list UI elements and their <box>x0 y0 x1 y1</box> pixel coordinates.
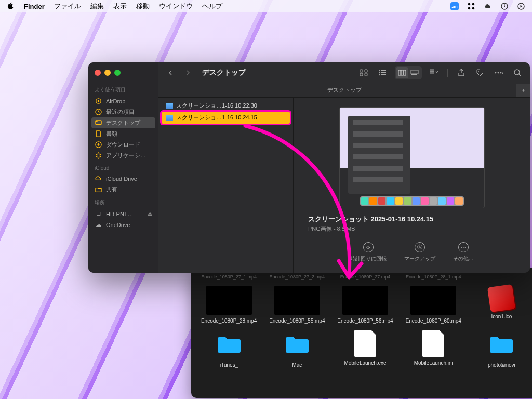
grid-item[interactable]: Encode_1080P_28.mp4 <box>201 286 257 324</box>
finder-window: よく使う項目 AirDrop 最近の項目 デスクトップ 書類 ダウンロード アプ… <box>88 62 530 273</box>
menubar: Finder ファイル 編集 表示 移動 ウインドウ ヘルプ zm <box>0 0 532 12</box>
more-action[interactable]: ⋯その他… <box>453 242 474 262</box>
sidebar-item-label: デスクトップ <box>106 119 140 127</box>
grid-item[interactable]: Encode_1080P_60.mp4 <box>405 286 462 324</box>
search-button[interactable] <box>511 67 524 78</box>
svg-point-16 <box>379 70 380 71</box>
minimize-button[interactable] <box>104 70 111 76</box>
add-tab-button[interactable]: ＋ <box>516 84 530 97</box>
svg-point-36 <box>500 72 502 73</box>
view-icons-button[interactable] <box>357 67 370 78</box>
svg-point-37 <box>514 70 520 75</box>
apple-menu-icon[interactable] <box>6 2 15 11</box>
window-controls <box>88 68 158 82</box>
app-icon <box>95 152 102 159</box>
view-list-button[interactable] <box>376 67 389 78</box>
status-icon-1[interactable] <box>467 2 476 11</box>
grid-item[interactable]: Encode_1080P_55.mp4 <box>269 286 325 324</box>
sidebar-item-desktop[interactable]: デスクトップ <box>91 117 155 128</box>
preview-subtitle: PNG画像 - 8.5 MB <box>308 225 355 233</box>
menu-file[interactable]: ファイル <box>54 2 81 11</box>
finder-main: デスクトップ | デスクトップ ＋ スクリーンショ…1-16 10.22.30 … <box>158 62 530 273</box>
close-button[interactable] <box>95 70 101 76</box>
grid-item[interactable]: MobileLaunch.ini <box>405 330 462 368</box>
sidebar-item-apps[interactable]: アプリケーシ… <box>88 150 158 161</box>
grid-item-label: Encode_1080P_60.mp4 <box>406 318 461 324</box>
file-icon <box>166 103 173 109</box>
view-gallery-button[interactable] <box>408 67 421 78</box>
sidebar-item-recents[interactable]: 最近の項目 <box>88 107 158 117</box>
grid-item[interactable]: Icon1.ico <box>473 286 530 324</box>
grid-item[interactable]: iTunes_ <box>201 330 257 368</box>
menu-view[interactable]: 表示 <box>113 2 127 11</box>
svg-rect-22 <box>398 70 401 75</box>
svg-rect-27 <box>413 74 415 75</box>
view-columns-button[interactable] <box>396 67 408 78</box>
cloud-status-icon[interactable] <box>483 2 493 11</box>
sidebar-item-onedrive[interactable]: ☁OneDrive <box>88 219 158 230</box>
preview-column: スクリーンショット 2025-01-16 10.24.15 PNG画像 - 8.… <box>294 98 530 273</box>
sidebar-item-label: AirDrop <box>106 98 125 104</box>
svg-rect-32 <box>432 72 434 73</box>
grid-item[interactable]: photo&movi <box>473 330 530 368</box>
grid-row-2: iTunes_ Mac MobileLaunch.exe MobileLaunc… <box>195 327 532 371</box>
sidebar-item-label: 書類 <box>106 130 117 138</box>
svg-rect-21 <box>381 74 386 75</box>
svg-point-35 <box>498 72 499 73</box>
grid-item-label: Encode_1080P_27_2.mp4 <box>270 274 325 280</box>
menu-go[interactable]: 移動 <box>136 2 150 11</box>
svg-rect-31 <box>430 72 432 73</box>
svg-point-18 <box>379 72 380 73</box>
sidebar-item-label: iCloud Drive <box>106 176 137 182</box>
sidebar-item-downloads[interactable]: ダウンロード <box>88 139 158 150</box>
status-icon-3[interactable] <box>516 2 526 11</box>
menu-window[interactable]: ウインドウ <box>159 2 193 11</box>
grid-item[interactable]: Mac <box>269 330 325 368</box>
group-button[interactable] <box>428 67 441 78</box>
status-icon-2[interactable] <box>500 2 509 11</box>
zoom-status-icon[interactable]: zm <box>450 2 459 11</box>
svg-rect-19 <box>381 72 386 73</box>
tag-button[interactable] <box>474 67 486 78</box>
forward-button[interactable] <box>182 67 194 78</box>
grid-row-1: Encode_1080P_28.mp4 Encode_1080P_55.mp4 … <box>195 283 532 327</box>
markup-action[interactable]: Ⓐマークアップ <box>404 242 435 262</box>
svg-rect-12 <box>360 70 363 72</box>
svg-point-34 <box>495 72 497 73</box>
window-title: デスクトップ <box>202 68 246 77</box>
sidebar-item-shared[interactable]: 共有 <box>88 184 158 195</box>
app-name[interactable]: Finder <box>24 3 45 10</box>
grid-item-label: Encode_1080P_27.mp4 <box>340 274 391 280</box>
zoom-button[interactable] <box>114 70 121 76</box>
svg-point-0 <box>468 3 471 6</box>
grid-item-label: photo&movi <box>488 362 515 368</box>
markup-icon: Ⓐ <box>415 242 425 252</box>
path-label: デスクトップ <box>327 86 362 94</box>
file-row[interactable]: スクリーンショ…1-16 10.22.30 <box>162 100 290 112</box>
sidebar-item-airdrop[interactable]: AirDrop <box>88 96 158 107</box>
sidebar-item-external-disk[interactable]: ⊟HD-PNT…⏏ <box>88 208 158 219</box>
file-icon <box>166 115 173 121</box>
grid-item[interactable]: MobileLaunch.exe <box>337 330 393 368</box>
sidebar-item-documents[interactable]: 書類 <box>88 128 158 139</box>
grid-item[interactable]: Encode_1080P_56.mp4 <box>337 286 393 324</box>
svg-rect-17 <box>381 70 386 71</box>
file-row-selected[interactable]: スクリーンショ…1-16 10.24.15 <box>162 112 290 124</box>
action-label: マークアップ <box>404 255 435 262</box>
menu-edit[interactable]: 編集 <box>90 2 104 11</box>
sidebar-section-locations: 場所 <box>88 195 158 208</box>
shared-folder-icon <box>95 185 102 193</box>
svg-rect-15 <box>365 73 367 76</box>
share-button[interactable] <box>455 67 468 78</box>
eject-icon[interactable]: ⏏ <box>148 211 152 217</box>
action-button[interactable] <box>493 67 505 78</box>
svg-rect-29 <box>430 70 432 71</box>
svg-point-2 <box>468 7 471 10</box>
back-button[interactable] <box>165 67 176 78</box>
menu-help[interactable]: ヘルプ <box>202 2 222 11</box>
background-grid-window: Encode_1080P_27_1.mp4 Encode_1080P_27_2.… <box>191 268 532 398</box>
rotate-action[interactable]: ⟳時計回りに回転 <box>350 242 387 262</box>
download-icon <box>95 141 102 149</box>
cloud-icon <box>95 175 102 182</box>
sidebar-item-icloud-drive[interactable]: iCloud Drive <box>88 173 158 184</box>
